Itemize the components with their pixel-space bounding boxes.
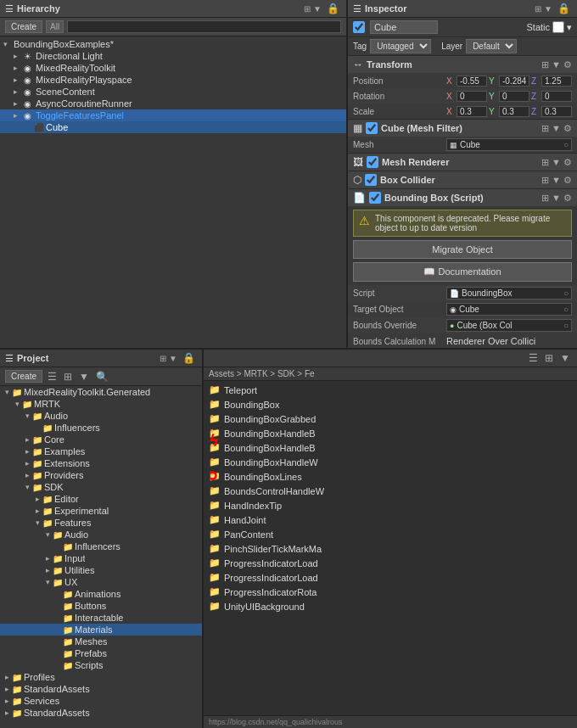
box-collider-header[interactable]: ⬡ Box Collider ⊞ ▼ ⚙ (348, 171, 577, 188)
ptree-item-buttons[interactable]: 📁 Buttons (0, 600, 202, 612)
inspector-lock-icon[interactable]: 🔒 (556, 3, 572, 14)
asset-handjoint[interactable]: 📁 HandJoint (204, 512, 577, 527)
asset-boundingboxlines[interactable]: 📁 BoundingBoxLines (204, 469, 577, 484)
assets-tool2[interactable]: ⊞ (543, 352, 555, 364)
mesh-field-dot[interactable]: ○ (563, 140, 569, 149)
ptree-item-features[interactable]: ▾ 📁 Features (0, 517, 202, 529)
mesh-renderer-checkbox[interactable] (367, 156, 378, 168)
asset-pinchslider[interactable]: 📁 PinchSliderTickMarkMa (204, 541, 577, 556)
ptree-item-sdk[interactable]: ▾ 📁 SDK (0, 481, 202, 493)
hierarchy-search-input[interactable] (67, 20, 341, 33)
documentation-button[interactable]: 📖 Documentation (353, 262, 572, 282)
layer-dropdown[interactable]: Default (466, 39, 517, 53)
tree-item-scenecontent[interactable]: ▸ ◉ SceneContent (0, 86, 346, 98)
ptree-item-audio-sdk[interactable]: ▾ 📁 Audio (0, 529, 202, 540)
ptree-item-standardassets2[interactable]: ▸ 📁 StandardAssets (0, 707, 202, 719)
ptree-item-ux[interactable]: ▾ 📁 UX (0, 576, 202, 588)
asset-pancontent[interactable]: 📁 PanContent (204, 527, 577, 541)
tree-item-mrtk[interactable]: ▸ ◉ MixedRealityToolkit (0, 62, 346, 74)
tree-item-togglefeatures[interactable]: ▸ ◉ ToggleFeaturesPanel (0, 109, 346, 121)
hierarchy-scene-root[interactable]: ▾ BoundingBoxExamples* (0, 38, 346, 50)
bounding-box-tool2[interactable]: ▼ (552, 193, 561, 204)
transform-header[interactable]: ↔ Transform ⊞ ▼ ⚙ (348, 56, 577, 73)
script-obj-field[interactable]: 📄 BoundingBox ○ (446, 287, 572, 300)
migrate-button[interactable]: Migrate Object (353, 240, 572, 259)
project-lock-icon[interactable]: 🔒 (181, 352, 197, 364)
project-tool3[interactable]: ▼ (77, 371, 91, 383)
ptree-item-extensions[interactable]: ▸ 📁 Extensions (0, 457, 202, 469)
asset-boundingbox[interactable]: 📁 BoundingBox (204, 397, 577, 412)
ptree-item-profiles[interactable]: ▸ 📁 Profiles (0, 671, 202, 683)
box-collider-tool2[interactable]: ▼ (552, 175, 561, 186)
ptree-item-mrtk[interactable]: ▾ 📁 MRTK (0, 398, 202, 410)
assets-tool1[interactable]: ☰ (527, 352, 540, 364)
ptree-item-influencers-sdk[interactable]: 📁 Influencers (0, 540, 202, 552)
transform-tool1[interactable]: ⊞ (541, 59, 549, 70)
asset-boundscontrol[interactable]: 📁 BoundsControlHandleW (204, 484, 577, 498)
rot-z-input[interactable] (541, 91, 572, 102)
ptree-item-scripts[interactable]: 📁 Scripts (0, 659, 202, 671)
asset-unityui[interactable]: 📁 UnityUIBackground (204, 599, 577, 613)
ptree-item-influencers-top[interactable]: 📁 Influencers (0, 422, 202, 434)
target-field-dot[interactable]: ○ (563, 305, 569, 314)
mesh-renderer-tool2[interactable]: ▼ (552, 157, 561, 168)
bounds-field-dot[interactable]: ○ (563, 321, 569, 330)
bounding-box-tool3[interactable]: ⚙ (563, 193, 572, 204)
ptree-item-input[interactable]: ▸ 📁 Input (0, 552, 202, 564)
project-tool2[interactable]: ⊞ (62, 371, 74, 383)
pos-z-input[interactable] (541, 76, 572, 87)
ptree-item-utilities[interactable]: ▸ 📁 Utilities (0, 564, 202, 576)
ptree-item-providers[interactable]: ▸ 📁 Providers (0, 469, 202, 481)
scale-x-input[interactable] (457, 106, 487, 117)
tag-dropdown[interactable]: Untagged (370, 39, 431, 53)
rot-x-input[interactable] (457, 91, 487, 102)
asset-progressload2[interactable]: 📁 ProgressIndicatorLoad (204, 570, 577, 585)
mesh-filter-checkbox[interactable] (366, 122, 378, 134)
project-create-button[interactable]: Create (5, 370, 42, 383)
scale-z-input[interactable] (541, 106, 572, 117)
ptree-item-examples[interactable]: ▸ 📁 Examples (0, 445, 202, 457)
mesh-renderer-tool3[interactable]: ⚙ (563, 157, 572, 168)
scale-y-input[interactable] (499, 106, 529, 117)
hierarchy-lock-icon[interactable]: 🔒 (325, 3, 341, 14)
mesh-filter-tool2[interactable]: ▼ (552, 123, 561, 134)
transform-tool2[interactable]: ▼ (552, 59, 561, 70)
ptree-item-interactable[interactable]: 📁 Interactable (0, 612, 202, 624)
ptree-item-standardassets1[interactable]: ▸ 📁 StandardAssets (0, 683, 202, 695)
asset-progressload1[interactable]: 📁 ProgressIndicatorLoad (204, 556, 577, 570)
mesh-filter-tool1[interactable]: ⊞ (541, 123, 549, 134)
bounding-box-header[interactable]: 📄 Bounding Box (Script) ⊞ ▼ ⚙ (348, 189, 577, 206)
static-checkbox[interactable] (552, 21, 564, 33)
script-field-dot[interactable]: ○ (563, 288, 569, 298)
transform-tool3[interactable]: ⚙ (563, 59, 572, 70)
asset-boundingboxhandleb1[interactable]: 📁 BoundingBoxHandleB (204, 426, 577, 440)
hierarchy-create-button[interactable]: Create (5, 20, 42, 33)
bounding-box-checkbox[interactable] (369, 192, 381, 204)
obj-active-checkbox[interactable] (353, 21, 365, 33)
asset-handindextip[interactable]: 📁 HandIndexTip (204, 498, 577, 512)
bounding-box-tool1[interactable]: ⊞ (541, 193, 549, 204)
ptree-item-audio-top[interactable]: ▾ 📁 Audio (0, 410, 202, 422)
obj-name-field[interactable] (370, 20, 438, 34)
tree-item-directional-light[interactable]: ▸ ☀ Directional Light (0, 50, 346, 62)
mesh-obj-field[interactable]: ▦ Cube ○ (446, 138, 572, 151)
asset-boundingboxhandlew[interactable]: 📁 BoundingBoxHandleW (204, 455, 577, 469)
ptree-item-meshes[interactable]: 📁 Meshes (0, 636, 202, 647)
box-collider-tool3[interactable]: ⚙ (563, 175, 572, 186)
ptree-item-editor[interactable]: ▸ 📁 Editor (0, 493, 202, 505)
ptree-item-materials[interactable]: 📁 Materials (0, 624, 202, 636)
ptree-item-prefabs[interactable]: 📁 Prefabs (0, 647, 202, 659)
static-dropdown-icon[interactable]: ▾ (567, 22, 572, 33)
mesh-renderer-tool1[interactable]: ⊞ (541, 157, 549, 168)
tree-item-playspace[interactable]: ▸ ◉ MixedRealityPlayspace (0, 74, 346, 86)
asset-progressrota[interactable]: 📁 ProgressIndicatorRota (204, 585, 577, 599)
ptree-item-core[interactable]: ▸ 📁 Core (0, 434, 202, 445)
box-collider-tool1[interactable]: ⊞ (541, 175, 549, 186)
mesh-renderer-header[interactable]: 🖼 Mesh Renderer ⊞ ▼ ⚙ (348, 154, 577, 171)
bounds-obj-field[interactable]: ● Cube (Box Col ○ (446, 319, 572, 332)
mesh-filter-header[interactable]: ▦ Cube (Mesh Filter) ⊞ ▼ ⚙ (348, 120, 577, 137)
asset-boundingboxhandleb2[interactable]: 📁 BoundingBoxHandleB (204, 440, 577, 455)
ptree-item-experimental[interactable]: ▸ 📁 Experimental (0, 505, 202, 517)
assets-tool3[interactable]: ▼ (558, 352, 572, 364)
target-obj-field[interactable]: ◉ Cube ○ (446, 303, 572, 316)
